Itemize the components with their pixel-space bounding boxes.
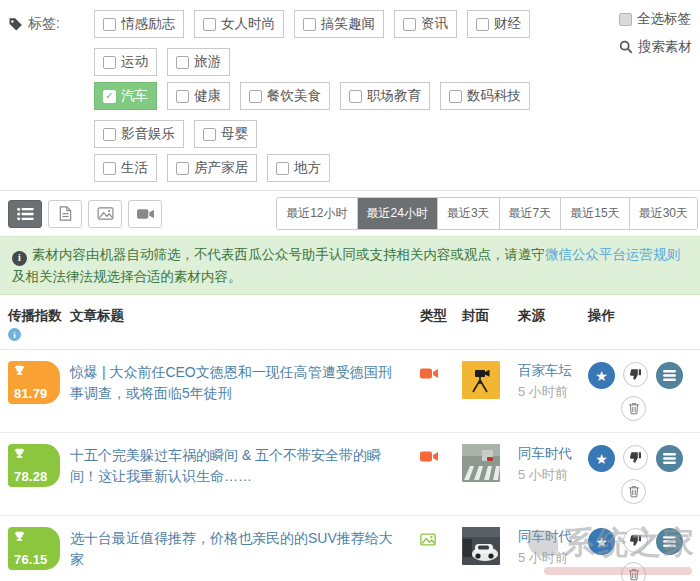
row-actions: ★ — [588, 527, 688, 581]
delete-button[interactable] — [621, 562, 646, 581]
notice-text-after: 及相关法律法规选择合适的素材内容。 — [12, 269, 242, 284]
view-mode-group — [8, 200, 162, 228]
favorite-button[interactable]: ★ — [588, 445, 615, 472]
spread-index-value: 81.79 — [14, 386, 56, 401]
table-row: 78.28十五个完美躲过车祸的瞬间 & 五个不带安全带的瞬间！这让我重新认识生命… — [0, 433, 700, 516]
list-view-button[interactable] — [8, 200, 42, 228]
checkbox-icon — [449, 90, 462, 103]
tag-button[interactable]: 情感励志 — [94, 10, 184, 38]
tags-panel-right: 全选标签 搜索素材 — [619, 10, 692, 56]
time-filter-group: 最近12小时最近24小时最近3天最近7天最近15天最近30天 — [276, 197, 698, 230]
spread-index-info-icon[interactable]: i — [8, 328, 21, 341]
tag-label: 房产家居 — [194, 159, 248, 177]
time-filter-button[interactable]: 最近12小时 — [277, 198, 356, 229]
tag-button[interactable]: 旅游 — [167, 48, 230, 76]
tag-label: 餐饮美食 — [267, 87, 321, 105]
tag-label: 健康 — [194, 87, 221, 105]
spread-index-cell: 76.15 — [8, 527, 70, 570]
tag-label: 生活 — [121, 159, 148, 177]
cover-thumbnail[interactable] — [462, 527, 518, 565]
tag-button[interactable]: 运动 — [94, 48, 157, 76]
checkbox-icon — [203, 128, 216, 141]
platform-rules-link[interactable]: 微信公众平台运营规则 — [545, 247, 680, 262]
tag-button[interactable]: 资讯 — [394, 10, 457, 38]
header-action: 操作 — [588, 307, 700, 325]
header-source: 来源 — [518, 307, 588, 325]
video-view-button[interactable] — [128, 200, 162, 228]
tag-label: 情感励志 — [121, 15, 175, 33]
tag-row: ✓汽车健康餐饮美食职场教育数码科技影音娱乐母婴 — [94, 82, 602, 148]
image-type-icon — [420, 532, 436, 549]
checkbox-icon — [203, 18, 216, 31]
dislike-button[interactable] — [623, 445, 648, 470]
spread-index-badge: 78.28 — [8, 444, 60, 487]
tag-button[interactable]: 健康 — [167, 82, 230, 110]
tag-label: 数码科技 — [467, 87, 521, 105]
source-link[interactable]: 同车时代 — [518, 528, 584, 546]
tag-button[interactable]: 数码科技 — [440, 82, 530, 110]
tag-button[interactable]: 女人时尚 — [194, 10, 284, 38]
dislike-button[interactable] — [623, 528, 648, 553]
tag-button[interactable]: ✓汽车 — [94, 82, 157, 110]
delete-button[interactable] — [621, 479, 646, 504]
dislike-button[interactable] — [623, 362, 648, 387]
header-cover: 封面 — [462, 307, 518, 325]
source-link[interactable]: 同车时代 — [518, 445, 584, 463]
checkbox-icon — [249, 90, 262, 103]
tag-button[interactable]: 财经 — [467, 10, 530, 38]
article-view-button[interactable] — [48, 200, 82, 228]
tag-label: 财经 — [494, 15, 521, 33]
tag-label: 汽车 — [121, 87, 148, 105]
favorite-button[interactable]: ★ — [588, 528, 615, 555]
header-type: 类型 — [420, 307, 462, 325]
image-view-button[interactable] — [88, 200, 122, 228]
time-filter-button[interactable]: 最近30天 — [629, 198, 697, 229]
tag-button[interactable]: 地方 — [267, 154, 330, 182]
spread-index-badge: 81.79 — [8, 361, 60, 404]
detail-button[interactable] — [656, 528, 683, 555]
time-filter-button[interactable]: 最近3天 — [437, 198, 499, 229]
search-material[interactable]: 搜索素材 — [619, 38, 692, 56]
article-title-link[interactable]: 选十台最近值得推荐，价格也亲民的的SUV推荐给大家 — [70, 530, 393, 567]
time-filter-button[interactable]: 最近7天 — [499, 198, 561, 229]
select-all-tags[interactable]: 全选标签 — [619, 10, 692, 28]
tag-button[interactable]: 搞笑趣闻 — [294, 10, 384, 38]
checkbox-icon — [176, 90, 189, 103]
cover-thumbnail[interactable] — [462, 361, 518, 399]
publish-time: 5 小时前 — [518, 549, 584, 567]
publish-time: 5 小时前 — [518, 383, 584, 401]
search-icon — [619, 40, 633, 54]
tags-label: 标签: — [8, 10, 94, 33]
checkbox-icon — [476, 18, 489, 31]
tag-button[interactable]: 生活 — [94, 154, 157, 182]
time-filter-button[interactable]: 最近15天 — [560, 198, 628, 229]
delete-button[interactable] — [621, 396, 646, 421]
tag-icon — [8, 17, 23, 32]
row-actions: ★ — [588, 361, 688, 421]
article-title-link[interactable]: 惊爆 | 大众前任CEO文德恩和一现任高管遭受德国刑事调查，或将面临5年徒刑 — [70, 364, 392, 401]
tag-button[interactable]: 影音娱乐 — [94, 120, 184, 148]
tag-row: 情感励志女人时尚搞笑趣闻资讯财经运动旅游 — [94, 10, 602, 76]
tag-label: 职场教育 — [367, 87, 421, 105]
source-link[interactable]: 百家车坛 — [518, 362, 584, 380]
cover-thumbnail[interactable] — [462, 444, 518, 482]
tag-button[interactable]: 母婴 — [194, 120, 257, 148]
favorite-button[interactable]: ★ — [588, 362, 615, 389]
tag-button[interactable]: 房产家居 — [167, 154, 257, 182]
time-filter-button[interactable]: 最近24小时 — [357, 198, 437, 229]
material-table: 传播指数 i 文章标题 类型 封面 来源 操作 81.79惊爆 | 大众前任CE… — [0, 295, 700, 581]
article-title-link[interactable]: 十五个完美躲过车祸的瞬间 & 五个不带安全带的瞬间！这让我重新认识生命…… — [70, 447, 381, 484]
tag-label: 旅游 — [194, 53, 221, 71]
tag-button[interactable]: 餐饮美食 — [240, 82, 330, 110]
material-library-page: 标签: 情感励志女人时尚搞笑趣闻资讯财经运动旅游✓汽车健康餐饮美食职场教育数码科… — [0, 0, 700, 581]
detail-button[interactable] — [656, 362, 683, 389]
tag-button[interactable]: 职场教育 — [340, 82, 430, 110]
tag-label: 母婴 — [221, 125, 248, 143]
checkbox-icon — [176, 56, 189, 69]
publish-time: 5 小时前 — [518, 466, 584, 484]
search-material-label: 搜索素材 — [638, 38, 692, 56]
detail-button[interactable] — [656, 445, 683, 472]
info-icon: i — [12, 251, 27, 266]
checkbox-icon — [176, 162, 189, 175]
tags-label-text: 标签: — [28, 15, 60, 33]
